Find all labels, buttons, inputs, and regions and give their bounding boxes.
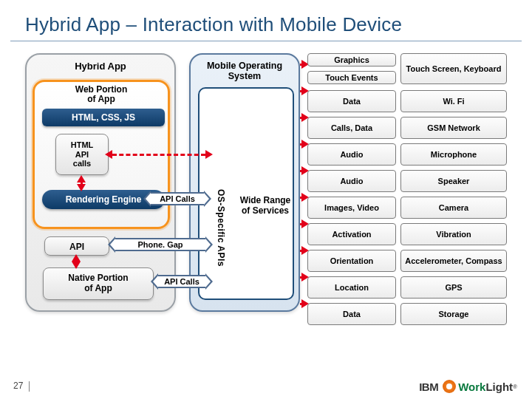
service-cell: Location [307, 276, 396, 299]
arrow-phonegap: Phone. Gap [108, 236, 213, 253]
os-specific-apis-label: OS-Specific APIs [208, 170, 226, 285]
arrow-htmlapi-to-os-dashed [105, 152, 213, 157]
worklight-text-light: Light [485, 381, 513, 393]
worklight-text-work: Work [458, 381, 485, 393]
service-cell: Data [307, 303, 396, 325]
arrow-label-api-calls-1: API Calls [151, 192, 204, 205]
service-cell: Orientation [307, 250, 396, 272]
arrow-rendering-api-calls: API Calls [143, 191, 211, 207]
service-cell: Data [307, 90, 396, 112]
hybrid-app-title: Hybrid App [27, 55, 174, 76]
html-css-js-box: HTML, CSS, JS [42, 109, 165, 126]
service-cell: Audio [307, 170, 396, 192]
grid-row: Images, VideoCamera [307, 197, 507, 219]
grid-row: AudioSpeaker [307, 170, 507, 192]
html-api-calls-box: HTML API calls [55, 134, 109, 175]
diagram-stage: Hybrid App Web Portion of App HTML, CSS,… [25, 53, 507, 355]
ibm-logo-text: IBM [419, 381, 438, 393]
grid-row: OrientationAccelerometer, Compass [307, 250, 507, 272]
grid-row: ActivationVibration [307, 223, 507, 245]
footer-logo: IBM Work Light ® [419, 380, 517, 393]
hardware-cell: Speaker [400, 170, 507, 192]
title-underline [10, 41, 522, 41]
web-portion-label: Web Portion of App [35, 82, 168, 106]
service-cell: Calls, Data [307, 117, 396, 139]
slide-title: Hybrid App – Interaction with Mobile Dev… [0, 0, 532, 41]
worklight-gear-icon [443, 380, 456, 393]
grid-row: DataWi. Fi [307, 90, 507, 112]
service-cell: Audio [307, 143, 396, 166]
grid-row: Calls, DataGSM Network [307, 117, 507, 139]
grid-row: DataStorage [307, 303, 507, 325]
os-inner-box: OS-Specific APIs Wide Range of Services [198, 87, 294, 300]
hardware-cell: Vibration [400, 223, 507, 245]
grid-row: Touch Events [307, 71, 507, 86]
native-portion-box: Native Portion of App [43, 267, 154, 300]
hardware-cell: Camera [400, 197, 507, 219]
mobile-os-title: Mobile Operating System [191, 55, 299, 85]
arrow-htmlapi-to-rendering [79, 175, 83, 191]
wide-range-label: Wide Range of Services [235, 195, 296, 216]
hardware-cell: GPS [400, 276, 507, 299]
hardware-cell: Wi. Fi [400, 90, 507, 112]
api-box: API [44, 236, 109, 256]
arrow-native-api-calls: API Calls [151, 273, 213, 290]
hardware-cell: Storage [400, 303, 507, 325]
slide-number: 27 [13, 381, 30, 392]
service-cell: Activation [307, 223, 396, 245]
hardware-cell: Microphone [400, 143, 507, 166]
arrow-label-api-calls-2: API Calls [158, 275, 205, 288]
trademark-icon: ® [513, 383, 517, 390]
grid-row: AudioMicrophone [307, 143, 507, 166]
arrow-api-to-native [74, 254, 78, 269]
arrow-label-phonegap: Phone. Gap [115, 238, 205, 251]
grid-row: LocationGPS [307, 276, 507, 299]
service-cell: Images, Video [307, 197, 396, 219]
service-hardware-grid: Graphics Touch Screen, Keyboard Touch Ev… [307, 53, 507, 330]
hardware-cell: GSM Network [400, 117, 507, 139]
hardware-cell: Accelerometer, Compass [400, 250, 507, 272]
service-cell: Touch Events [307, 71, 396, 84]
service-cell: Graphics [307, 53, 396, 66]
